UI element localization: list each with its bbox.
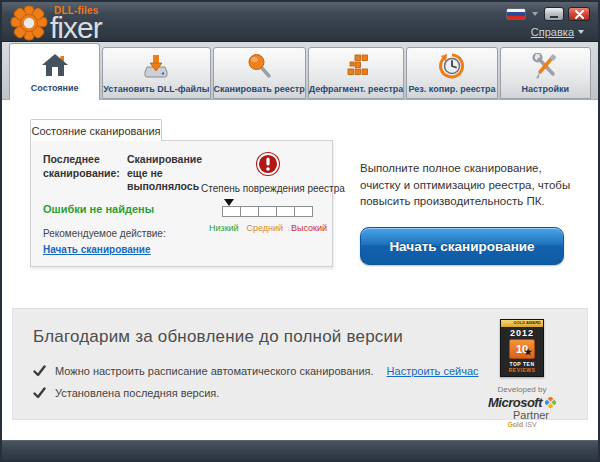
last-scan-label: Последнее сканирование: (43, 153, 119, 194)
scan-registry-icon (245, 50, 273, 82)
partner-tier: Gold ISV (487, 421, 557, 428)
damage-meter (223, 206, 313, 217)
tab-defrag-registry[interactable]: Дефрагмент. реестра (308, 47, 405, 99)
tabbar: Состояние Установить DLL-файлы (2, 42, 598, 100)
tab-backup-registry[interactable]: Рез. копир. реестра (406, 47, 497, 99)
minimize-button[interactable] (544, 7, 564, 21)
app-window: DLL-files fixer Справка (0, 0, 600, 462)
tab-label: Настройки (522, 84, 569, 94)
tab-label: Установить DLL-файлы (103, 84, 209, 94)
start-scan-button[interactable]: Начать сканирование (360, 227, 564, 265)
tab-label: Рез. копир. реестра (409, 84, 496, 94)
defrag-registry-icon (342, 50, 370, 82)
feature-item-schedule: Можно настроить расписание автоматическо… (33, 365, 479, 377)
help-menu[interactable]: Справка (531, 26, 586, 38)
tab-label: Сканировать реестр (214, 84, 305, 94)
warning-icon-wrap (209, 151, 327, 177)
feature-text: Можно настроить расписание автоматическо… (55, 365, 374, 377)
tab-scan-registry[interactable]: Сканировать реестр (213, 47, 306, 99)
feature-item-version: Установлена последняя версия. (33, 387, 219, 399)
top-ten-reviews-award-badge: GOLD AWARD 2012 10 ★ TOP TEN REVIEWS (500, 319, 544, 377)
check-icon (33, 365, 46, 377)
configure-now-link[interactable]: Настроить сейчас (387, 365, 479, 377)
upgrade-heading: Благодарим за обновление до полной верси… (33, 327, 403, 347)
award-year: 2012 (501, 328, 543, 338)
tab-install-dll[interactable]: Установить DLL-файлы (102, 47, 210, 99)
award-star-icon: ★ (524, 347, 532, 357)
damage-pointer-icon (224, 199, 234, 206)
main-content: Состояние сканирования Последнее сканиро… (2, 100, 598, 439)
status-panel: Последнее сканирование: Сканирование еще… (30, 140, 333, 267)
logo-fixer: fixer (50, 13, 102, 43)
partner-label: Partner (505, 409, 557, 421)
titlebar: DLL-files fixer Справка (2, 2, 598, 42)
meter-segment (240, 206, 259, 217)
award-reviews-label: REVIEWS (501, 367, 543, 373)
meter-segment (258, 206, 277, 217)
scan-description: Выполните полное сканирование, очистку и… (360, 160, 572, 210)
tier-isv-label: ISV (525, 421, 536, 428)
award-band-label: GOLD AWARD (501, 320, 543, 327)
top-ten-logo-icon: 10 ★ (509, 339, 535, 359)
meter-segment (294, 206, 313, 217)
errors-status: Ошибки не найдены (43, 203, 205, 215)
meter-segment (222, 206, 241, 217)
install-dll-icon (142, 50, 170, 82)
last-scan-value: Сканирование еще не выполнялось (127, 153, 205, 194)
developed-by-label: Developed by (487, 385, 557, 394)
last-scan-row: Последнее сканирование: Сканирование еще… (43, 153, 205, 194)
footer-bar (2, 440, 598, 460)
warning-icon (255, 151, 281, 177)
tab-settings[interactable]: Настройки (500, 47, 591, 99)
damage-degree-label: Степень повреждения реестра (201, 183, 327, 194)
microsoft-wordmark: Microsoft (488, 395, 542, 410)
microsoft-flag-icon (545, 397, 556, 408)
feature-text: Установлена последняя версия. (55, 387, 219, 399)
backup-registry-icon (438, 50, 466, 82)
app-logo: DLL-files fixer (10, 4, 102, 43)
status-panel-tab: Состояние сканирования (30, 119, 162, 141)
check-icon (33, 387, 46, 399)
tab-status[interactable]: Состояние (9, 43, 100, 100)
level-low-label: Низкий (209, 223, 239, 233)
scan-cta: Выполните полное сканирование, очистку и… (360, 160, 572, 265)
close-button[interactable] (568, 7, 590, 21)
microsoft-logo-row: Microsoft (487, 395, 557, 410)
language-flag-russian[interactable] (506, 8, 526, 20)
badges-column: GOLD AWARD 2012 10 ★ TOP TEN REVIEWS Dev… (487, 319, 557, 428)
damage-levels: Низкий Средний Высокий (209, 223, 327, 233)
home-icon (41, 49, 69, 81)
upgrade-section: Благодарим за обновление до полной верси… (12, 308, 588, 420)
level-high-label: Высокий (291, 223, 327, 233)
tab-label: Дефрагмент. реестра (309, 84, 404, 94)
help-caret-icon (578, 30, 584, 34)
tier-gold-label: Gold (507, 421, 523, 428)
titlebar-controls (506, 7, 590, 21)
minimize-icon (550, 16, 558, 18)
tab-label: Состояние (31, 83, 79, 93)
language-caret-icon[interactable] (532, 12, 538, 16)
close-icon (575, 10, 584, 19)
status-panel-right: Степень повреждения реестра Низкий Средн… (209, 151, 327, 233)
settings-icon (531, 50, 559, 82)
logo-text: DLL-files fixer (50, 4, 102, 43)
level-medium-label: Средний (246, 223, 283, 233)
meter-segment (276, 206, 295, 217)
help-label: Справка (531, 26, 574, 38)
start-scan-link[interactable]: Начать сканирование (43, 244, 151, 255)
status-panel-left: Последнее сканирование: Сканирование еще… (43, 153, 205, 257)
gear-logo-icon (10, 5, 48, 41)
recommended-action-label: Рекомендуемое действие: (43, 228, 205, 239)
